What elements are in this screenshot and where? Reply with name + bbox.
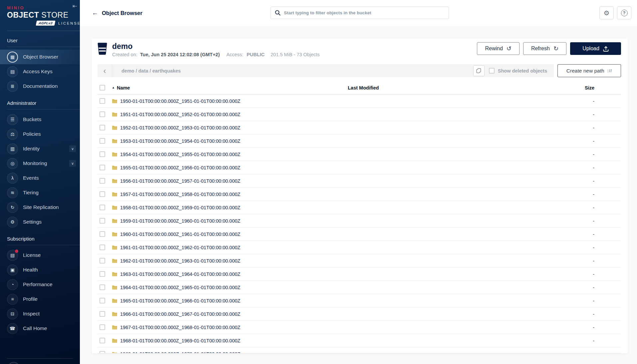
- back-arrow-icon[interactable]: ←: [92, 9, 98, 17]
- table-row[interactable]: 1965-01-01T00:00:00.000Z_1966-01-01T00:0…: [98, 294, 621, 307]
- object-name-cell[interactable]: 1960-01-01T00:00:00.000Z_1961-01-01T00:0…: [112, 232, 348, 237]
- row-checkbox[interactable]: [100, 258, 105, 264]
- object-name-cell[interactable]: 1954-01-01T00:00:00.000Z_1955-01-01T00:0…: [112, 152, 348, 157]
- row-checkbox[interactable]: [100, 178, 105, 184]
- created-on-value: Tue, Jun 25 2024 12:02:08 (GMT+2): [140, 52, 220, 57]
- help-button[interactable]: ?: [617, 6, 631, 19]
- settings-button[interactable]: ⚙: [599, 6, 614, 19]
- object-name-cell[interactable]: 1950-01-01T00:00:00.000Z_1951-01-01T00:0…: [112, 98, 348, 104]
- table-row[interactable]: 1951-01-01T00:00:00.000Z_1952-01-01T00:0…: [98, 108, 621, 121]
- row-checkbox[interactable]: [100, 98, 105, 104]
- sidebar-item-settings[interactable]: ⚙Settings: [0, 215, 80, 229]
- column-header-size[interactable]: Size: [534, 85, 621, 91]
- row-checkbox[interactable]: [100, 311, 105, 317]
- object-name-cell[interactable]: 1957-01-01T00:00:00.000Z_1958-01-01T00:0…: [112, 192, 348, 197]
- table-row[interactable]: 1962-01-01T00:00:00.000Z_1963-01-01T00:0…: [98, 254, 621, 268]
- path-back-button[interactable]: ‹: [98, 64, 112, 77]
- sidebar-item-access-keys[interactable]: ▤Access Keys: [0, 64, 80, 79]
- page-header-back[interactable]: ← Object Browser: [92, 9, 142, 17]
- row-checkbox[interactable]: [100, 298, 105, 303]
- chevron-down-icon[interactable]: ∨: [69, 160, 76, 167]
- sidebar-item-site-replication[interactable]: ↻Site Replication: [0, 200, 80, 215]
- row-checkbox[interactable]: [100, 125, 105, 130]
- table-row[interactable]: 1968-01-01T00:00:00.000Z_1969-01-01T00:0…: [98, 334, 621, 347]
- create-new-path-button[interactable]: Create new path ://: [557, 64, 621, 77]
- row-checkbox[interactable]: [100, 111, 105, 117]
- object-name-cell[interactable]: 1958-01-01T00:00:00.000Z_1959-01-01T00:0…: [112, 205, 348, 210]
- object-name-cell[interactable]: 1951-01-01T00:00:00.000Z_1952-01-01T00:0…: [112, 112, 348, 117]
- row-checkbox[interactable]: [100, 324, 105, 330]
- sidebar-item-inspect[interactable]: ⊟Inspect: [0, 306, 80, 321]
- sidebar-item-policies[interactable]: ⚖Policies: [0, 127, 80, 141]
- row-checkbox[interactable]: [100, 165, 105, 170]
- object-name-cell[interactable]: 1955-01-01T00:00:00.000Z_1956-01-01T00:0…: [112, 165, 348, 170]
- column-header-name[interactable]: ▲Name: [112, 85, 348, 91]
- object-name-cell[interactable]: 1965-01-01T00:00:00.000Z_1966-01-01T00:0…: [112, 298, 348, 303]
- table-row[interactable]: 1959-01-01T00:00:00.000Z_1960-01-01T00:0…: [98, 214, 621, 228]
- sidebar-item-profile[interactable]: ≡Profile: [0, 292, 80, 306]
- object-name-cell[interactable]: 1964-01-01T00:00:00.000Z_1965-01-01T00:0…: [112, 285, 348, 290]
- sidebar-item-object-browser[interactable]: ▦Object Browser: [0, 50, 80, 64]
- table-row[interactable]: 1956-01-01T00:00:00.000Z_1957-01-01T00:0…: [98, 174, 621, 188]
- sidebar-item-call-home[interactable]: ☎Call Home: [0, 321, 80, 336]
- row-checkbox[interactable]: [100, 191, 105, 197]
- search-input[interactable]: [284, 10, 445, 15]
- table-row[interactable]: 1963-01-01T00:00:00.000Z_1964-01-01T00:0…: [98, 268, 621, 281]
- sidebar-item-label: Profile: [23, 296, 38, 302]
- table-row[interactable]: 1953-01-01T00:00:00.000Z_1954-01-01T00:0…: [98, 134, 621, 148]
- sidebar-item-performance[interactable]: ◔Performance: [0, 277, 80, 292]
- row-checkbox[interactable]: [100, 284, 105, 290]
- row-checkbox[interactable]: [100, 271, 105, 277]
- sidebar-item-label: Buckets: [23, 116, 41, 122]
- table-row[interactable]: 1964-01-01T00:00:00.000Z_1965-01-01T00:0…: [98, 281, 621, 294]
- object-name-cell[interactable]: 1953-01-01T00:00:00.000Z_1954-01-01T00:0…: [112, 138, 348, 144]
- object-name-cell[interactable]: 1962-01-01T00:00:00.000Z_1963-01-01T00:0…: [112, 258, 348, 264]
- row-checkbox[interactable]: [100, 138, 105, 144]
- rewind-button[interactable]: Rewind ↺: [477, 42, 519, 55]
- breadcrumb[interactable]: demo / data / earthquakes: [121, 68, 181, 74]
- row-checkbox[interactable]: [100, 245, 105, 250]
- chevron-down-icon[interactable]: ∨: [69, 145, 76, 152]
- table-row[interactable]: 1967-01-01T00:00:00.000Z_1968-01-01T00:0…: [98, 321, 621, 334]
- table-row[interactable]: 1952-01-01T00:00:00.000Z_1953-01-01T00:0…: [98, 121, 621, 134]
- table-row[interactable]: 1960-01-01T00:00:00.000Z_1961-01-01T00:0…: [98, 228, 621, 241]
- sidebar-item-health[interactable]: ▣Health: [0, 263, 80, 277]
- sidebar-item-events[interactable]: λEvents: [0, 171, 80, 185]
- table-row[interactable]: 1961-01-01T00:00:00.000Z_1962-01-01T00:0…: [98, 241, 621, 254]
- refresh-button[interactable]: Refresh ↻: [523, 42, 566, 55]
- sidebar-item-tiering[interactable]: ≋Tiering: [0, 185, 80, 200]
- row-checkbox[interactable]: [100, 218, 105, 224]
- row-checkbox[interactable]: [100, 351, 105, 353]
- object-name-cell[interactable]: 1956-01-01T00:00:00.000Z_1957-01-01T00:0…: [112, 178, 348, 184]
- column-header-last-modified[interactable]: Last Modified: [348, 85, 534, 91]
- row-checkbox[interactable]: [100, 205, 105, 210]
- table-row[interactable]: 1954-01-01T00:00:00.000Z_1955-01-01T00:0…: [98, 148, 621, 161]
- upload-button[interactable]: Upload: [570, 42, 621, 55]
- row-checkbox[interactable]: [100, 231, 105, 237]
- table-row[interactable]: 1955-01-01T00:00:00.000Z_1956-01-01T00:0…: [98, 161, 621, 174]
- sidebar-item-documentation[interactable]: ≣Documentation: [0, 79, 80, 93]
- sidebar-item-monitoring[interactable]: ◎Monitoring∨: [0, 156, 80, 171]
- sidebar-item-identity[interactable]: ▥Identity∨: [0, 141, 80, 156]
- object-name-cell[interactable]: 1969-01-01T00:00:00.000Z_1970-01-01T00:0…: [112, 351, 348, 353]
- table-row[interactable]: 1957-01-01T00:00:00.000Z_1958-01-01T00:0…: [98, 188, 621, 201]
- object-name-cell[interactable]: 1967-01-01T00:00:00.000Z_1968-01-01T00:0…: [112, 325, 348, 330]
- object-name-cell[interactable]: 1963-01-01T00:00:00.000Z_1964-01-01T00:0…: [112, 272, 348, 277]
- table-row[interactable]: 1969-01-01T00:00:00.000Z_1970-01-01T00:0…: [98, 347, 621, 353]
- table-row[interactable]: 1958-01-01T00:00:00.000Z_1959-01-01T00:0…: [98, 201, 621, 214]
- copy-path-button[interactable]: [473, 65, 485, 76]
- show-deleted-checkbox[interactable]: [489, 68, 495, 74]
- table-row[interactable]: 1950-01-01T00:00:00.000Z_1951-01-01T00:0…: [98, 94, 621, 108]
- object-name-cell[interactable]: 1968-01-01T00:00:00.000Z_1969-01-01T00:0…: [112, 338, 348, 343]
- object-name-cell[interactable]: 1961-01-01T00:00:00.000Z_1962-01-01T00:0…: [112, 245, 348, 250]
- table-row[interactable]: 1966-01-01T00:00:00.000Z_1967-01-01T00:0…: [98, 307, 621, 321]
- row-checkbox[interactable]: [100, 338, 105, 343]
- sidebar-item-license[interactable]: ▤License: [0, 248, 80, 263]
- sidebar-collapse-icon[interactable]: ⇤: [73, 3, 77, 10]
- select-all-checkbox[interactable]: [100, 85, 105, 91]
- row-checkbox[interactable]: [100, 151, 105, 157]
- object-name-cell[interactable]: 1952-01-01T00:00:00.000Z_1953-01-01T00:0…: [112, 125, 348, 130]
- object-name-cell[interactable]: 1966-01-01T00:00:00.000Z_1967-01-01T00:0…: [112, 311, 348, 317]
- sidebar-item-buckets[interactable]: ☰Buckets: [0, 112, 80, 127]
- object-name-cell[interactable]: 1959-01-01T00:00:00.000Z_1960-01-01T00:0…: [112, 218, 348, 224]
